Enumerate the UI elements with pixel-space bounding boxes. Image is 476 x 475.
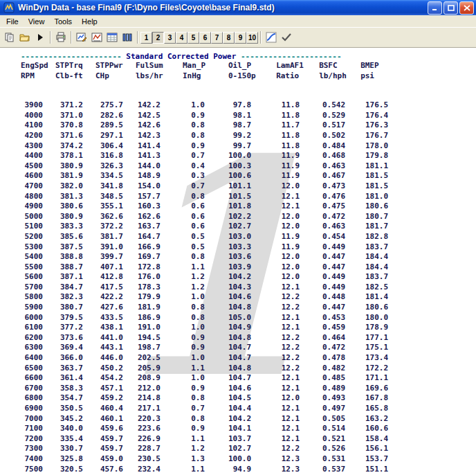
- table-cell: 172.8: [136, 262, 183, 273]
- copy-icon[interactable]: [2, 30, 17, 45]
- curve-icon[interactable]: [264, 30, 279, 45]
- open-folder-icon[interactable]: [17, 30, 33, 45]
- page-button-2[interactable]: 2: [152, 32, 164, 44]
- table-cell: 384.7: [55, 283, 95, 293]
- chart-icon[interactable]: [89, 30, 104, 45]
- table-cell: 141.4: [136, 141, 183, 152]
- table-cell: 103.9: [228, 262, 276, 273]
- page-button-6[interactable]: 6: [199, 32, 211, 44]
- table-cell: 1.0: [183, 353, 228, 364]
- table-cell: 100.6: [228, 171, 276, 181]
- table-cell: 12.1: [276, 192, 319, 202]
- table-cell: 1.2: [183, 283, 228, 293]
- table-cell: 457.1: [95, 384, 136, 394]
- table-cell: 178.3: [136, 283, 183, 293]
- menu-help[interactable]: Help: [77, 17, 102, 26]
- table-cell: 0.3: [183, 171, 228, 181]
- maximize-button[interactable]: [443, 1, 458, 15]
- table-row: 5600387.1412.8176.01.2104.212.00.449183.…: [21, 272, 403, 283]
- page-button-5[interactable]: 5: [187, 32, 199, 44]
- table-cell: 184.4: [360, 252, 403, 262]
- table-cell: 11.9: [276, 161, 319, 172]
- table-cell: 1.0: [183, 373, 228, 384]
- table-cell: 0.9: [183, 424, 228, 434]
- table-cell: 11.8: [276, 111, 319, 121]
- table-cell: 388.8: [55, 252, 95, 262]
- table-cell: 370.8: [55, 120, 95, 131]
- play-icon[interactable]: [33, 30, 48, 45]
- table-cell: 158.4: [360, 434, 403, 445]
- table-cell: 460.4: [95, 404, 136, 414]
- menu-file[interactable]: File: [1, 17, 24, 26]
- table-cell: 5000: [21, 212, 55, 222]
- table-cell: 0.526: [319, 444, 360, 454]
- column-header: BSFC: [319, 61, 360, 71]
- table-cell: 282.6: [95, 111, 136, 121]
- table-row: 5900380.7427.6181.90.8104.812.20.447180.…: [21, 303, 403, 313]
- table-cell: 355.1: [95, 201, 136, 212]
- page-button-4[interactable]: 4: [176, 32, 187, 44]
- table-cell: 104.4: [228, 404, 276, 414]
- table-cell: 102.7: [228, 444, 276, 454]
- table-cell: 169.7: [136, 252, 183, 262]
- column-unit: Ratio: [276, 71, 319, 82]
- table-cell: 381.9: [55, 171, 95, 181]
- table-cell: 7400: [21, 454, 55, 465]
- table-cell: 214.8: [136, 393, 183, 404]
- table-cell: 12.0: [276, 222, 319, 232]
- table-cell: 184.4: [360, 262, 403, 273]
- table-cell: 142.3: [136, 131, 183, 141]
- table-cell: 0.529: [319, 111, 360, 121]
- page-button-10[interactable]: 10: [246, 32, 258, 44]
- header-dashes-right: ----------------------: [241, 52, 342, 61]
- table-icon[interactable]: [104, 30, 120, 45]
- page-button-1[interactable]: 1: [140, 32, 152, 44]
- table-cell: 11.9: [276, 232, 319, 242]
- menu-view[interactable]: View: [24, 17, 50, 26]
- table-cell: 345.2: [55, 414, 95, 424]
- table-cell: 12.1: [276, 434, 319, 445]
- table-cell: 0.467: [319, 171, 360, 181]
- table-cell: 198.7: [136, 343, 183, 353]
- page-button-9[interactable]: 9: [235, 32, 246, 44]
- table-cell: 0.9: [183, 141, 228, 152]
- table-cell: 417.5: [95, 283, 136, 293]
- table-cell: 6700: [21, 384, 55, 394]
- table-cell: 166.9: [136, 242, 183, 253]
- page-button-8[interactable]: 8: [223, 32, 235, 44]
- table-cell: 102.2: [228, 212, 276, 222]
- table-cell: 104.6: [228, 384, 276, 394]
- table-cell: 157.7: [136, 192, 183, 202]
- table-cell: 316.8: [95, 151, 136, 161]
- table-cell: 5900: [21, 303, 55, 313]
- window-title: WinDyn Data - base Final9 (F:\Dyno Files…: [18, 3, 426, 12]
- table-cell: 387.1: [55, 272, 95, 283]
- table-cell: 104.2: [228, 272, 276, 283]
- table-row: 6100377.2438.1191.01.0104.912.10.459178.…: [21, 323, 403, 333]
- table-cell: 371.6: [55, 131, 95, 141]
- table-cell: 412.8: [95, 272, 136, 283]
- table-cell: 6300: [21, 343, 55, 353]
- column-header: EngSpd: [21, 61, 55, 71]
- page-button-3[interactable]: 3: [164, 32, 176, 44]
- table-cell: 6900: [21, 404, 55, 414]
- table-cell: 1.0: [183, 100, 228, 111]
- table-cell: 230.5: [136, 454, 183, 465]
- column-header: STPTrq: [55, 61, 95, 71]
- table-cell: 0.448: [319, 292, 360, 303]
- chart-edit-icon[interactable]: [74, 30, 89, 45]
- table-cell: 373.6: [55, 333, 95, 343]
- page-button-7[interactable]: 7: [211, 32, 223, 44]
- columns-icon[interactable]: [120, 30, 135, 45]
- minimize-button[interactable]: [428, 1, 442, 15]
- menu-tools[interactable]: Tools: [49, 17, 77, 26]
- check-icon[interactable]: [279, 30, 294, 45]
- column-header: LamAF1: [276, 61, 319, 71]
- table-row: 7200335.4459.7226.91.1103.712.10.521158.…: [21, 434, 403, 445]
- table-cell: 6800: [21, 393, 55, 404]
- app-window: WinDyn Data - base Final9 (F:\Dyno Files…: [0, 0, 476, 475]
- titlebar: WinDyn Data - base Final9 (F:\Dyno Files…: [0, 0, 476, 15]
- print-icon[interactable]: [53, 30, 68, 45]
- table-row: 5300387.5391.0166.90.5103.311.90.449183.…: [21, 242, 403, 253]
- close-button[interactable]: [459, 1, 474, 15]
